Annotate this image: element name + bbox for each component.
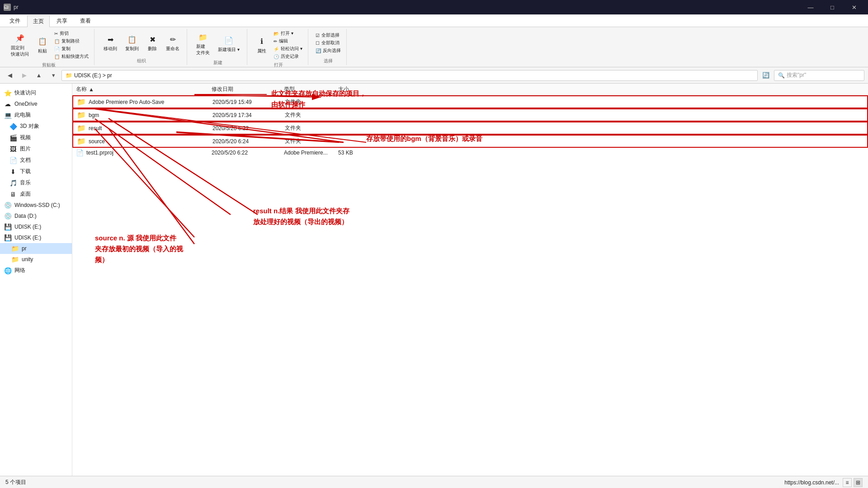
up-button[interactable]: ▲ (33, 70, 45, 81)
sidebar-item-udisk-e-top[interactable]: 💾 UDISK (E:) (0, 221, 72, 232)
properties-button[interactable]: ℹ 属性 (253, 34, 271, 56)
sidebar-item-pr[interactable]: 📁 pr (0, 243, 72, 254)
forward-button[interactable]: ▶ (18, 70, 31, 81)
tab-home[interactable]: 主页 (27, 15, 50, 27)
invertselect-button[interactable]: 🔄 反向选择 (314, 47, 343, 54)
title-bar-controls: — □ ✕ (800, 0, 864, 14)
sidebar-label-desktop: 桌面 (20, 190, 31, 198)
open-button[interactable]: 📂 打开 ▾ (272, 30, 304, 37)
tab-file[interactable]: 文件 (4, 15, 26, 27)
documents-icon: 📄 (9, 157, 17, 164)
shortcut-button[interactable]: 📋 粘贴快捷方式 (52, 53, 90, 60)
breadcrumb[interactable]: 📁 UDISK (E:) > pr (61, 70, 758, 81)
refresh-button[interactable]: 🔄 (760, 70, 772, 81)
file-row-bgm[interactable]: 📁 bgm 2020/5/19 17:34 文件夹 (72, 108, 868, 122)
sidebar-item-data-d[interactable]: 💿 Data (D:) (0, 211, 72, 221)
recent-button[interactable]: ▾ (47, 70, 60, 81)
ribbon-group-select: ☑ 全部选择 ☐ 全部取消 🔄 反向选择 选择 (310, 29, 347, 65)
folder-icon-autosave: 📁 (77, 98, 86, 106)
copy-button[interactable]: 📄 复制 (52, 45, 90, 52)
sidebar-label-pictures: 图片 (20, 145, 31, 153)
view-buttons: ≡ ⊞ (843, 478, 863, 487)
selectall-button[interactable]: ☑ 全部选择 (314, 32, 343, 39)
select-buttons: ☑ 全部选择 ☐ 全部取消 🔄 反向选择 (314, 30, 343, 56)
sidebar-item-documents[interactable]: 📄 文档 (0, 155, 72, 166)
file-date-autosave: 2020/5/19 15:49 (212, 99, 285, 105)
sidebar-label-onedrive: OneDrive (14, 101, 38, 107)
selectnone-button[interactable]: ☐ 全部取消 (314, 39, 343, 47)
close-button[interactable]: ✕ (844, 0, 864, 14)
copyto-button[interactable]: 📋 复制到 (122, 32, 142, 54)
minimize-button[interactable]: — (800, 0, 821, 14)
col-header-size[interactable]: 大小 (338, 85, 374, 93)
copypath-button[interactable]: 📋 复制路径 (52, 38, 90, 45)
delete-button[interactable]: ✖ 删除 (143, 32, 161, 54)
udisk-e-icon: 💾 (4, 234, 12, 241)
pin-icon: 📌 (14, 33, 25, 44)
col-header-date[interactable]: 修改日期 (212, 85, 284, 93)
data-d-icon: 💿 (4, 212, 12, 220)
sidebar-item-video[interactable]: 🎬 视频 (0, 132, 72, 143)
sidebar-item-downloads[interactable]: ⬇ 下载 (0, 166, 72, 177)
new-folder-button[interactable]: 📁 新建文件夹 (193, 30, 213, 58)
file-row-source[interactable]: 📁 source 2020/5/20 6:24 文件夹 (72, 135, 868, 148)
windows-ssd-icon: 💿 (4, 202, 12, 209)
sidebar-item-udisk-e[interactable]: 💾 UDISK (E:) (0, 232, 72, 243)
details-view-button[interactable]: ⊞ (854, 478, 863, 487)
file-name-bgm: 📁 bgm (77, 111, 212, 119)
sidebar-item-windows-ssd[interactable]: 💿 Windows-SSD (C:) (0, 200, 72, 211)
maximize-button[interactable]: □ (822, 0, 843, 14)
nav-bar: ◀ ▶ ▲ ▾ 📁 UDISK (E:) > pr 🔄 🔍 搜索"pr" (0, 67, 868, 84)
sidebar-item-unity[interactable]: 📁 unity (0, 254, 72, 265)
list-view-button[interactable]: ≡ (843, 478, 852, 487)
sidebar-item-quickaccess[interactable]: ⭐ 快速访问 (0, 87, 72, 99)
tab-share[interactable]: 共享 (51, 15, 73, 27)
udisk-e-top-icon: 💾 (4, 223, 12, 230)
app-icon: 🗂 (4, 4, 11, 11)
sidebar-item-desktop[interactable]: 🖥 桌面 (0, 188, 72, 200)
moveto-button[interactable]: ➡ 移动到 (100, 32, 121, 54)
source-annotation: source n. 源 我使用此文件夹存放最初的视频（导入的视频） (95, 233, 183, 265)
desktop-icon: 🖥 (9, 191, 17, 198)
history-button[interactable]: 🕒 历史记录 (272, 53, 304, 60)
sidebar-section-quickaccess: ⭐ 快速访问 ☁ OneDrive 💻 此电脑 🔷 3D 对象 🎬 视频 🖼 (0, 85, 72, 278)
sidebar-item-3d[interactable]: 🔷 3D 对象 (0, 121, 72, 132)
sidebar-item-thispc[interactable]: 💻 此电脑 (0, 109, 72, 121)
file-icon-test1: 📄 (76, 149, 84, 156)
new-item-button[interactable]: 📄 新建项目 ▾ (214, 33, 243, 55)
file-type-source: 文件夹 (285, 137, 339, 145)
paste-button[interactable]: 📋 粘贴 (33, 34, 52, 56)
sidebar-item-network[interactable]: 🌐 网络 (0, 265, 72, 276)
sidebar-label-pr: pr (22, 245, 27, 252)
title-bar-title: pr (14, 4, 19, 10)
sidebar-label-documents: 文档 (20, 156, 31, 164)
rename-button[interactable]: ✏ 重命名 (162, 32, 183, 54)
file-row-autosave[interactable]: 📁 Adobe Premiere Pro Auto-Save 2020/5/19… (72, 95, 868, 108)
sidebar-label-thispc: 此电脑 (14, 111, 31, 119)
selectnone-icon: ☐ (316, 41, 320, 46)
edit-button[interactable]: ✏ 编辑 (272, 38, 304, 45)
back-button[interactable]: ◀ (4, 70, 16, 81)
sidebar-label-udisk-e-top: UDISK (E:) (14, 224, 41, 230)
file-row-test1[interactable]: 📄 test1.prproj 2020/5/20 6:22 Adobe Prem… (72, 148, 868, 158)
file-row-result[interactable]: 📁 result 2020/5/20 6:22 文件夹 (72, 122, 868, 135)
sidebar-item-pictures[interactable]: 🖼 图片 (0, 143, 72, 155)
search-box[interactable]: 🔍 搜索"pr" (774, 70, 864, 81)
cut-button[interactable]: ✂ 剪切 (52, 30, 90, 37)
col-header-type[interactable]: 类型 (284, 85, 338, 93)
select-label: 选择 (324, 57, 333, 64)
easyaccess-button[interactable]: ⚡ 轻松访问 ▾ (272, 45, 304, 52)
item-count: 5 个项目 (5, 479, 26, 486)
shortcut-icon: 📋 (54, 54, 60, 59)
sidebar-label-windows-ssd: Windows-SSD (C:) (14, 202, 60, 208)
sidebar-item-music[interactable]: 🎵 音乐 (0, 177, 72, 188)
title-bar: 🗂 pr — □ ✕ (0, 0, 868, 14)
search-placeholder: 搜索"pr" (787, 71, 806, 79)
main-container: ⭐ 快速访问 ☁ OneDrive 💻 此电脑 🔷 3D 对象 🎬 视频 🖼 (0, 84, 868, 476)
tab-view[interactable]: 查看 (74, 15, 97, 27)
sidebar-item-onedrive[interactable]: ☁ OneDrive (0, 99, 72, 109)
pin-button[interactable]: 📌 固定到快速访问 (7, 31, 33, 59)
sidebar-label-quickaccess: 快速访问 (14, 89, 36, 97)
col-header-name[interactable]: 名称 ▲ (76, 85, 212, 93)
file-type-bgm: 文件夹 (285, 111, 339, 119)
